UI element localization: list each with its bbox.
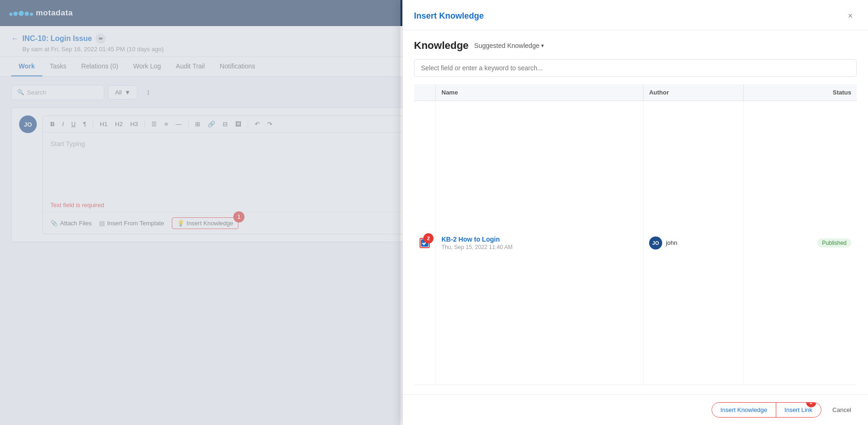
table-header-row: Name Author Status [414,84,857,101]
table-row: 2 KB-2 How to Login Thu, Sep 15, 2022 11… [414,101,857,385]
modal-title: Insert Knowledge [414,11,484,21]
author-cell: JO john [649,236,738,250]
background-page: motadata ← INC-10: Login Issue ✏ By sam … [0,0,868,425]
overlay [0,0,400,425]
modal-footer: 3 Insert Knowledge Insert Link Cancel [403,394,868,425]
row-checkbox-cell: 2 [414,101,436,385]
knowledge-header: Knowledge Suggested Knowledge ▾ [414,40,857,52]
row-author-cell: JO john [643,101,743,385]
row-name-cell: KB-2 How to Login Thu, Sep 15, 2022 11:4… [436,101,644,385]
step2-badge: 2 [423,233,434,243]
footer-insert-knowledge-button[interactable]: Insert Knowledge [712,403,776,417]
knowledge-section-title: Knowledge [414,40,468,52]
kb-date: Thu, Sep 15, 2022 11:40 AM [441,244,637,250]
modal-body: Knowledge Suggested Knowledge ▾ Name Aut… [403,30,868,394]
col-checkbox [414,84,436,101]
insert-knowledge-modal: Insert Knowledge × Knowledge Suggested K… [402,0,868,425]
author-name: john [666,239,678,246]
checkbox-wrapper: 2 [420,238,430,248]
col-author: Author [643,84,743,101]
footer-button-group: 3 Insert Knowledge Insert Link [712,402,821,418]
row-status-cell: Published [743,101,857,385]
col-name: Name [436,84,644,101]
author-avatar: JO [649,236,662,250]
knowledge-search-input[interactable] [414,59,857,77]
status-badge: Published [817,238,851,248]
col-status: Status [743,84,857,101]
chevron-down-icon: ▾ [541,42,544,49]
kb-link[interactable]: KB-2 How to Login [441,236,500,243]
modal-header: Insert Knowledge × [403,0,868,30]
knowledge-table: Name Author Status 2 [414,84,857,385]
suggested-label: Suggested Knowledge [474,42,539,49]
suggested-knowledge-dropdown[interactable]: Suggested Knowledge ▾ [474,42,544,49]
modal-close-button[interactable]: × [844,9,857,22]
footer-cancel-button[interactable]: Cancel [827,403,857,417]
